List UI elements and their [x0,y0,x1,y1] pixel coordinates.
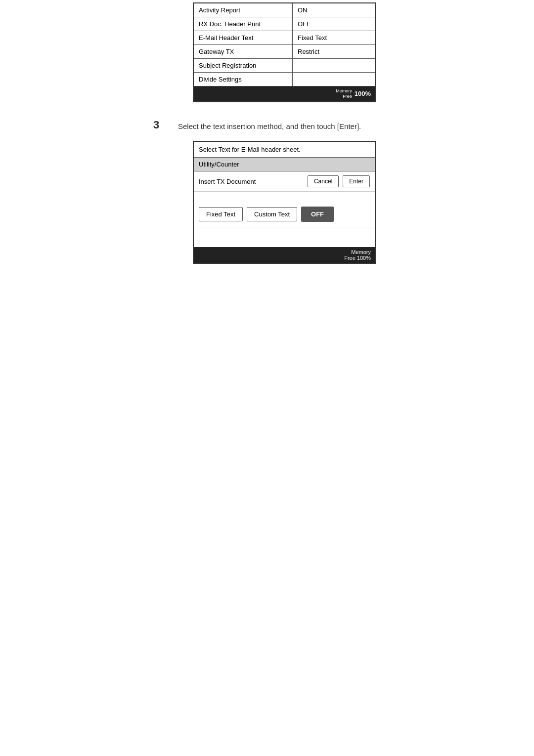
insert-tx-label: Insert TX Document [199,178,304,185]
table-row: Subject Registration [194,59,375,73]
memory-percent1: 100% [355,90,371,97]
setting-value: Fixed Text [293,31,375,44]
memory-percent2: 100% [357,255,371,261]
setting-name: Subject Registration [194,59,293,72]
settings-table: Activity ReportONRX Doc. Header PrintOFF… [193,2,376,102]
setting-name: E-Mail Header Text [194,31,293,44]
step-description: Select the text insertion method, and th… [178,122,514,130]
cancel-button[interactable]: Cancel [308,175,339,187]
setting-name: Divide Settings [194,73,293,86]
empty-space [194,227,375,247]
setting-value [293,73,375,86]
enter-button[interactable]: Enter [343,175,370,187]
custom-text-button[interactable]: Custom Text [247,207,297,221]
table-row: E-Mail Header TextFixed Text [194,31,375,45]
memory-label1: MemoryFree [336,88,352,99]
setting-value: Restrict [293,45,375,58]
dialog-title: Select Text for E-Mail header sheet. [194,142,375,158]
table-row: Gateway TXRestrict [194,45,375,59]
setting-value: ON [293,3,375,17]
panel1-footer: MemoryFree 100% [194,86,375,101]
text-type-row: Fixed Text Custom Text OFF [194,192,375,227]
panel1: Activity ReportONRX Doc. Header PrintOFF… [193,2,376,102]
table-row: RX Doc. Header PrintOFF [194,17,375,31]
off-button[interactable]: OFF [301,207,334,222]
setting-value: OFF [293,17,375,31]
panel2-footer: MemoryFree 100% [194,247,375,263]
email-header-dialog: Select Text for E-Mail header sheet. Uti… [193,141,376,264]
setting-name: RX Doc. Header Print [194,17,293,31]
setting-value [293,59,375,72]
table-row: Divide Settings [194,73,375,86]
table-row: Activity ReportON [194,3,375,17]
setting-name: Gateway TX [194,45,293,58]
dialog-subtitle: Utility/Counter [194,158,375,171]
fixed-text-button[interactable]: Fixed Text [199,207,243,221]
step-number: 3 [153,119,159,131]
insert-tx-row: Insert TX Document Cancel Enter [194,171,375,192]
panel2: Select Text for E-Mail header sheet. Uti… [193,141,376,264]
setting-name: Activity Report [194,3,293,17]
